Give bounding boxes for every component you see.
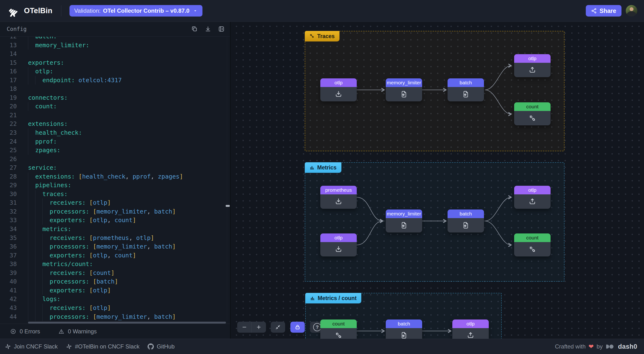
slack-icon	[66, 343, 72, 350]
editor-line: 41exporters: [otlp]	[0, 286, 230, 295]
node-metrics-memory-limiter[interactable]: memory_limiter	[386, 209, 422, 232]
validation-label: Validation:	[74, 8, 100, 14]
otelbin-cncf-slack-link[interactable]: #OTelBin on CNCF Slack	[66, 343, 140, 350]
receiver-icon	[320, 87, 357, 101]
horizontal-scrollbar[interactable]	[28, 322, 226, 323]
node-label: otlp	[320, 78, 357, 87]
zoom-out-icon	[241, 324, 248, 330]
exporter-icon	[514, 194, 550, 209]
pipeline-canvas[interactable]: TracesMetricsMetrics / count otlpmemory_…	[231, 22, 644, 339]
slack-icon	[5, 343, 11, 350]
otelbin-logo-icon	[7, 4, 20, 18]
editor-line: 21	[0, 111, 230, 120]
fit-view-button[interactable]	[271, 322, 285, 333]
otelbin-app: OTelBin Validation: OTel Collector Contr…	[0, 0, 644, 354]
editor-line: 44processors: [memory_limiter, batch]	[0, 312, 230, 321]
node-count-count-connector[interactable]: count	[320, 319, 357, 339]
exporter-icon	[514, 63, 550, 77]
node-metrics-prometheus-receiver[interactable]: prometheus	[320, 186, 357, 209]
link-icon	[310, 34, 315, 39]
editor-line: 35receivers: [prometheus, otlp]	[0, 234, 230, 243]
editor-line: 22extensions:	[0, 120, 230, 129]
node-label: otlp	[514, 54, 550, 63]
download-config-button[interactable]	[204, 25, 212, 33]
yaml-editor[interactable]: 12batch:13memory_limiter:1415exporters:1…	[0, 37, 230, 321]
processor-icon	[386, 218, 422, 232]
otelbin-logo: OTelBin	[7, 4, 52, 18]
node-label: count	[514, 233, 550, 242]
app-name: OTelBin	[24, 7, 52, 15]
node-traces-count-connector[interactable]: count	[514, 102, 550, 125]
collapse-panel-button[interactable]	[217, 25, 226, 33]
editor-line: 18	[0, 85, 230, 94]
copy-icon	[191, 26, 198, 32]
node-metrics-otlp-exporter[interactable]: otlp	[514, 186, 550, 209]
node-label: otlp	[514, 186, 550, 194]
node-metrics-count-connector[interactable]: count	[514, 233, 550, 256]
editor-line: 40processors: [batch]	[0, 277, 230, 286]
editor-line: 17endpoint: otelcol:4317	[0, 76, 230, 85]
footer-link-label: GitHub	[157, 343, 175, 350]
download-icon	[204, 26, 211, 32]
node-label: otlp	[320, 233, 357, 242]
node-traces-memory-limiter[interactable]: memory_limiter	[386, 78, 422, 101]
validation-dropdown[interactable]: Validation: OTel Collector Contrib – v0.…	[70, 5, 202, 17]
node-label: batch	[448, 209, 484, 218]
app-header: OTelBin Validation: OTel Collector Contr…	[0, 0, 644, 22]
editor-lines: 12batch:13memory_limiter:1415exporters:1…	[0, 37, 230, 321]
share-label: Share	[600, 8, 616, 14]
editor-line: 19connectors:	[0, 94, 230, 102]
node-metrics-batch[interactable]: batch	[448, 209, 484, 232]
node-count-otlp-exporter[interactable]: otlp	[452, 319, 489, 339]
github-link[interactable]: GitHub	[148, 343, 175, 350]
editor-line: 27service:	[0, 163, 230, 172]
editor-line: 13memory_limiter:	[0, 41, 230, 50]
warnings-count: 0 Warnings	[68, 328, 97, 335]
app-footer: Join CNCF Slack #OTelBin on CNCF Slack G…	[0, 339, 644, 354]
share-button[interactable]: Share	[586, 5, 622, 17]
warning-triangle-icon	[58, 328, 64, 334]
errors-status: 0 Errors	[10, 328, 40, 335]
vertical-scrollbar[interactable]	[226, 205, 230, 207]
error-circle-icon	[10, 328, 16, 334]
node-count-batch[interactable]: batch	[386, 319, 422, 339]
connector-icon	[320, 328, 357, 339]
node-traces-otlp-exporter[interactable]: otlp	[514, 54, 550, 77]
join-cncf-slack-link[interactable]: Join CNCF Slack	[5, 343, 58, 350]
canvas-toolbar: ?	[237, 322, 324, 333]
editor-line: 32processors: [memory_limiter, batch]	[0, 207, 230, 216]
node-traces-batch[interactable]: batch	[448, 78, 484, 101]
node-traces-otlp-receiver[interactable]: otlp	[320, 78, 357, 101]
share-icon	[591, 8, 597, 14]
bar-chart-icon	[310, 165, 315, 170]
editor-line: 15exporters:	[0, 59, 230, 67]
receiver-icon	[320, 194, 357, 209]
exporter-icon	[452, 328, 489, 339]
pipeline-group-metrics: Metrics	[305, 162, 564, 282]
editor-line: 25zpages:	[0, 146, 230, 155]
editor-line: 12batch:	[0, 37, 230, 41]
node-label: batch	[386, 319, 422, 328]
node-metrics-otlp-receiver[interactable]: otlp	[320, 233, 357, 256]
config-panel-title: Config	[7, 26, 26, 32]
dash0-logo-icon	[606, 344, 616, 349]
node-label: count	[514, 102, 550, 111]
processor-icon	[386, 87, 422, 101]
editor-line: 34metrics:	[0, 225, 230, 234]
copy-config-button[interactable]	[190, 25, 199, 33]
dash0-brand[interactable]: dash0	[606, 343, 637, 350]
editor-line: 33exporters: [otlp, count]	[0, 216, 230, 225]
editor-line: 26	[0, 155, 230, 164]
editor-line: 37exporters: [otlp, count]	[0, 251, 230, 260]
avatar[interactable]	[626, 5, 637, 17]
node-label: otlp	[452, 319, 489, 328]
crafted-text: by	[596, 343, 602, 350]
editor-line: 24pprof:	[0, 137, 230, 146]
node-label: memory_limiter	[386, 209, 422, 218]
lock-icon	[294, 324, 301, 330]
zoom-in-button[interactable]	[252, 322, 266, 333]
lock-button[interactable]	[290, 322, 305, 333]
editor-line: 31receivers: [otlp]	[0, 198, 230, 207]
group-tab-metrics: Metrics	[305, 162, 342, 173]
zoom-out-button[interactable]	[237, 322, 252, 333]
